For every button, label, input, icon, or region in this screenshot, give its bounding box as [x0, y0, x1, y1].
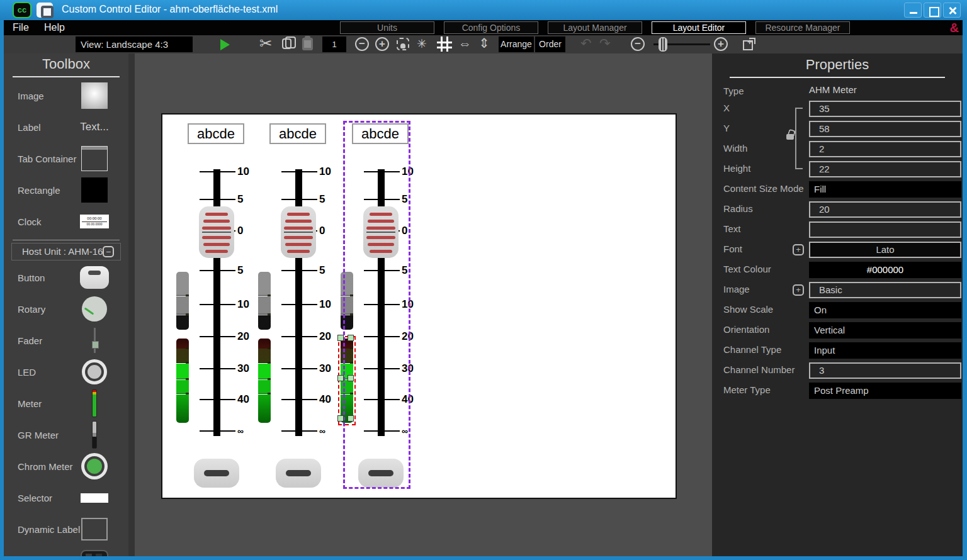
- host-item-dynamic-label[interactable]: Dynamic Label: [4, 513, 128, 545]
- selection-handle[interactable]: [348, 335, 354, 341]
- sidebar-divider: [13, 240, 120, 240]
- undo-icon[interactable]: ↶: [580, 36, 592, 51]
- tab-resource-manager[interactable]: Resource Manager: [755, 21, 850, 34]
- scale-tick-label: 10: [319, 298, 341, 311]
- zoom-out-button[interactable]: −: [631, 37, 645, 51]
- selection-handle[interactable]: [337, 415, 344, 422]
- toolbox-item-label[interactable]: LabelText...: [4, 111, 128, 143]
- host-item-fader[interactable]: Fader: [4, 325, 128, 356]
- prop-x-field[interactable]: 35: [809, 101, 961, 117]
- tab-units[interactable]: Units: [340, 21, 434, 34]
- prop-orientation-field[interactable]: Vertical: [809, 322, 961, 339]
- prop-y-field[interactable]: 58: [809, 121, 961, 137]
- toolbox-item-tab-container[interactable]: Tab Container: [4, 143, 128, 174]
- scale-tick-label: 20: [237, 330, 259, 343]
- add-image-button[interactable]: +: [793, 284, 804, 296]
- prop-height-field[interactable]: 22: [809, 161, 961, 177]
- fader-knob[interactable]: [281, 206, 316, 258]
- host-item-selector[interactable]: Selector: [4, 482, 128, 513]
- redo-icon[interactable]: ↷: [599, 36, 611, 51]
- prop-channel-number-field[interactable]: 3: [809, 362, 961, 379]
- side-item-label: LED: [18, 367, 36, 378]
- side-item-label: Chrom Meter: [18, 461, 73, 472]
- prop-meter-type-field[interactable]: Post Preamp: [809, 383, 961, 399]
- host-item-button[interactable]: Button: [4, 262, 128, 293]
- control-label[interactable]: abcde: [188, 123, 244, 144]
- remove-page-button[interactable]: −: [355, 37, 369, 51]
- prop-text-field[interactable]: [809, 221, 961, 238]
- selection-handle[interactable]: [348, 415, 354, 422]
- channel-strip[interactable]: abcde1050510203040∞: [175, 115, 254, 500]
- gr-meter[interactable]: [176, 272, 189, 330]
- add-page-button[interactable]: +: [375, 37, 389, 51]
- mute-button[interactable]: [276, 459, 321, 488]
- window-title: Custom Control Editor - ahm-oberfläche-t…: [62, 4, 278, 15]
- snap-to-center-icon[interactable]: ✳: [417, 36, 427, 51]
- host-item-rotary[interactable]: Rotary: [4, 293, 128, 325]
- menu-file[interactable]: File: [13, 22, 29, 33]
- view-selector[interactable]: View: Landscape 4:3: [76, 36, 193, 52]
- prop-text-colour-field[interactable]: #000000: [809, 262, 961, 278]
- toolbox-item-rectangle[interactable]: Rectangle: [4, 174, 128, 206]
- host-item-led[interactable]: LED: [4, 356, 128, 388]
- stretch-horizontal-icon[interactable]: ⇔: [458, 36, 472, 51]
- scale-tick-label: 5: [319, 193, 341, 206]
- gr-meter-icon: [92, 421, 97, 449]
- window-menu-icon[interactable]: [37, 3, 53, 18]
- toolbox-underline: [13, 76, 120, 77]
- page-number-box[interactable]: 1: [322, 36, 346, 52]
- prop-width-field[interactable]: 2: [809, 141, 961, 157]
- selection-handle[interactable]: [348, 375, 354, 381]
- gr-meter[interactable]: [258, 272, 271, 330]
- zoom-in-button[interactable]: +: [714, 37, 728, 51]
- ahm-meter[interactable]: [176, 339, 189, 423]
- toolbox-item-clock[interactable]: Clock00:00:0000.00.0000: [4, 206, 128, 237]
- copy-icon[interactable]: [282, 38, 291, 49]
- host-item-panel-led-strip[interactable]: Panel LED Strip: [4, 545, 128, 556]
- prop-font-field[interactable]: Lato: [809, 242, 961, 258]
- collapse-icon[interactable]: −: [103, 246, 114, 257]
- channel-strip[interactable]: abcde1050510203040∞: [257, 115, 336, 500]
- prop-label-y: Y: [723, 123, 730, 133]
- zoom-slider[interactable]: [659, 37, 667, 52]
- tab-layout-editor[interactable]: Layout Editor: [652, 21, 746, 34]
- editor-workspace[interactable]: abcde1050510203040∞abcde1050510203040∞ab…: [128, 53, 712, 556]
- close-button[interactable]: [943, 3, 961, 18]
- toolbox-item-image[interactable]: Image: [4, 80, 128, 111]
- control-label[interactable]: abcde: [269, 123, 326, 144]
- prop-radius-field[interactable]: 20: [809, 201, 961, 218]
- unlock-icon[interactable]: [786, 134, 794, 140]
- arrange-button[interactable]: Arrange: [499, 36, 534, 52]
- minimize-button[interactable]: [904, 3, 922, 18]
- side-item-label: Rotary: [18, 304, 45, 315]
- tab-config-options[interactable]: Config Options: [444, 21, 538, 34]
- tab-layout-manager[interactable]: Layout Manager: [548, 21, 642, 34]
- mute-button[interactable]: [194, 459, 239, 488]
- ahm-meter[interactable]: [258, 339, 271, 423]
- play-button[interactable]: [220, 39, 230, 50]
- order-button[interactable]: Order: [535, 36, 565, 52]
- snap-to-object-icon[interactable]: [397, 38, 409, 50]
- stretch-vertical-icon[interactable]: ⇕: [478, 36, 490, 51]
- titlebar[interactable]: cc Custom Control Editor - ahm-oberfläch…: [0, 0, 967, 20]
- prop-image-field[interactable]: Basic: [809, 282, 961, 298]
- selection-handle[interactable]: [337, 335, 344, 341]
- menu-help[interactable]: Help: [44, 22, 65, 33]
- channel-strip[interactable]: abcde1050510203040∞: [339, 115, 419, 500]
- layout-canvas[interactable]: abcde1050510203040∞abcde1050510203040∞ab…: [161, 113, 677, 499]
- cut-icon[interactable]: ✂: [259, 35, 272, 52]
- button-icon: [80, 266, 109, 289]
- prop-content-size-mode-field[interactable]: Fill: [809, 181, 961, 198]
- host-item-meter[interactable]: Meter: [4, 388, 128, 419]
- host-item-gr-meter[interactable]: GR Meter: [4, 419, 128, 451]
- prop-show-scale-field[interactable]: On: [809, 302, 961, 318]
- add-font-button[interactable]: +: [793, 244, 804, 255]
- selection-handle[interactable]: [337, 375, 344, 381]
- host-unit-header[interactable]: Host Unit : AHM-16 −: [11, 243, 121, 260]
- maximize-button[interactable]: [924, 3, 941, 18]
- fader-knob[interactable]: [199, 206, 234, 258]
- grid-toggle-icon[interactable]: [437, 36, 452, 52]
- prop-label-width: Width: [723, 143, 747, 154]
- host-item-chrom-meter[interactable]: Chrom Meter: [4, 451, 128, 482]
- prop-channel-type-field[interactable]: Input: [809, 342, 961, 359]
